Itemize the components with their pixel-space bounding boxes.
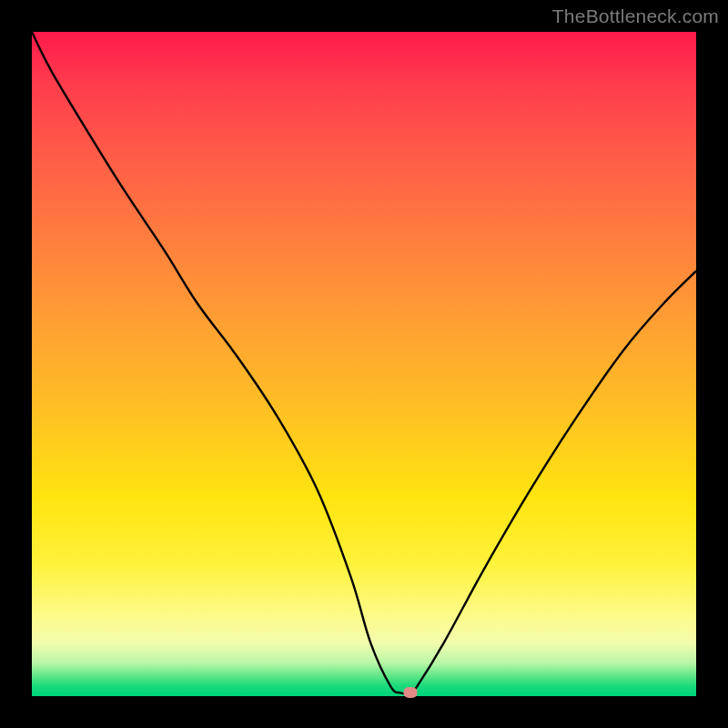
- bottleneck-curve: [32, 32, 696, 696]
- watermark-text: TheBottleneck.com: [552, 5, 719, 27]
- minimum-marker: [404, 687, 418, 698]
- chart-frame: TheBottleneck.com: [0, 0, 728, 728]
- plot-area: [32, 32, 696, 696]
